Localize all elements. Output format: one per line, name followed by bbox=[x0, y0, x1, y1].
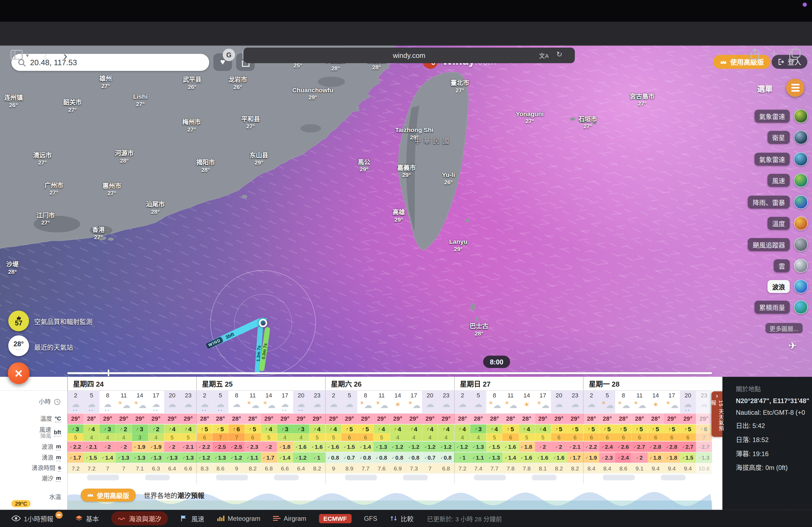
forecast-cell[interactable]: 23☁ bbox=[180, 391, 197, 413]
forecast-cell[interactable]: ↑45 bbox=[519, 424, 535, 441]
forecast-cell[interactable]: 14☀☁ bbox=[132, 391, 148, 413]
new-tab-icon[interactable]: + bbox=[771, 47, 777, 61]
layer-thumbnail-icon[interactable] bbox=[794, 216, 808, 230]
forecast-cell[interactable]: ↑1.6 bbox=[309, 441, 325, 452]
forecast-cell[interactable]: ↑67 bbox=[229, 424, 245, 441]
layer-label[interactable]: 雲 bbox=[774, 259, 789, 272]
forecast-cell[interactable]: 20☁ bbox=[422, 391, 438, 413]
forecast-cell[interactable]: ↑2 bbox=[164, 441, 180, 452]
forecast-cell[interactable]: 9.1 bbox=[632, 463, 648, 473]
layer-label[interactable]: 風速 bbox=[767, 174, 789, 187]
forecast-cell[interactable]: 28° bbox=[470, 414, 487, 424]
forecast-cell[interactable]: ↑56 bbox=[196, 424, 213, 441]
forecast-cell[interactable]: 7.8 bbox=[503, 463, 519, 473]
forecast-cell[interactable] bbox=[325, 474, 342, 483]
forecast-cell[interactable]: ↑1.2 bbox=[438, 441, 454, 452]
forecast-cell[interactable]: 6.8 bbox=[438, 463, 454, 473]
forecast-cell[interactable] bbox=[309, 474, 325, 483]
forecast-cell[interactable]: ↑2.2 bbox=[196, 441, 213, 452]
bottombar-item-1小時預報[interactable]: 1小時預報 bbox=[11, 513, 62, 523]
forecast-cell[interactable]: 7 bbox=[422, 463, 438, 473]
forecast-cell[interactable]: 29° bbox=[164, 414, 180, 424]
forecast-cell[interactable]: ↑45 bbox=[325, 424, 342, 441]
forecast-cell[interactable]: ↑2.4 bbox=[615, 452, 632, 463]
bottombar-item-Meteogram[interactable]: Meteogram bbox=[217, 515, 260, 522]
forecast-cell[interactable]: ↑56 bbox=[503, 424, 519, 441]
forecast-cell[interactable]: 23☁ bbox=[309, 391, 325, 413]
address-bar[interactable]: windy.com 文A ↻ bbox=[243, 48, 575, 63]
forecast-cell[interactable]: 11☀☁ bbox=[245, 391, 261, 413]
forecast-cell[interactable]: 5☁·· bbox=[83, 391, 100, 413]
forecast-cell[interactable]: ↑1.2 bbox=[422, 441, 438, 452]
forecast-cell[interactable]: 14☀☁ bbox=[261, 391, 277, 413]
forecast-cell[interactable]: 29° bbox=[132, 414, 148, 424]
forecast-cell[interactable]: ↑1.6 bbox=[535, 452, 551, 463]
forecast-cell[interactable]: 17☀☁ bbox=[664, 391, 680, 413]
forecast-cell[interactable]: ↑1.7 bbox=[261, 452, 277, 463]
forecast-cell[interactable]: 7.7 bbox=[487, 463, 503, 473]
layer-label[interactable]: 波浪 bbox=[767, 280, 789, 293]
forecast-cell[interactable]: ↑0.8 bbox=[438, 452, 454, 463]
forecast-cell[interactable]: ↑56 bbox=[358, 424, 374, 441]
forecast-cell[interactable]: 28° bbox=[229, 414, 245, 424]
forecast-cell[interactable]: 7.4 bbox=[470, 463, 487, 473]
day-header[interactable]: 星期日 27 bbox=[454, 377, 583, 390]
forecast-cell[interactable]: 28° bbox=[487, 414, 503, 424]
layer-thumbnail-icon[interactable] bbox=[794, 130, 808, 144]
forecast-cell[interactable]: 11☀☁ bbox=[632, 391, 648, 413]
forecast-cell[interactable]: 8.2 bbox=[567, 463, 583, 473]
forecast-cell[interactable]: 11☀☁ bbox=[503, 391, 519, 413]
forecast-cell[interactable]: ↑1.2 bbox=[406, 441, 422, 452]
forecast-cell[interactable]: ↑1.7 bbox=[567, 452, 583, 463]
picker-center-dot[interactable] bbox=[259, 319, 267, 327]
layer-item-6[interactable]: 溫度 bbox=[767, 216, 808, 231]
forecast-cell[interactable]: 29° bbox=[100, 414, 116, 424]
forecast-cell[interactable]: 8☀☁ bbox=[487, 391, 503, 413]
forecast-cell[interactable]: ↑1 bbox=[454, 452, 470, 463]
forecast-cell[interactable]: ↑2.7 bbox=[696, 441, 712, 452]
close-forecast-button[interactable]: × bbox=[8, 362, 29, 384]
forecast-cell[interactable]: ↑1 bbox=[309, 452, 325, 463]
forecast-cell[interactable]: 6.8 bbox=[261, 463, 277, 473]
forecast-cell[interactable]: ↑2.1 bbox=[567, 441, 583, 452]
forecast-cell[interactable]: ↑2.2 bbox=[583, 441, 599, 452]
layer-item-5[interactable]: 降雨、雷暴 bbox=[748, 194, 808, 209]
forecast-cell[interactable]: ↑1.2 bbox=[196, 452, 213, 463]
forecast-cell[interactable] bbox=[454, 474, 470, 483]
forecast-cell[interactable]: ↑34 bbox=[277, 424, 293, 441]
forecast-cell[interactable]: 5☁·· bbox=[213, 391, 229, 413]
forecast-cell[interactable]: 20☁ bbox=[164, 391, 180, 413]
forecast-cell[interactable]: 7.6 bbox=[374, 463, 390, 473]
forecast-cell[interactable]: ↑1.6 bbox=[293, 441, 309, 452]
forecast-cell[interactable] bbox=[438, 474, 454, 483]
forecast-cell[interactable]: ↑1.1 bbox=[470, 452, 487, 463]
layer-label[interactable]: 氣象雷達 bbox=[755, 152, 790, 165]
forecast-cell[interactable]: ↑57 bbox=[213, 424, 229, 441]
forecast-cell[interactable]: 17☁·· bbox=[277, 391, 293, 413]
forecast-cell[interactable]: ↑0.8 bbox=[325, 452, 342, 463]
forecast-cell[interactable]: ↑2 bbox=[551, 441, 567, 452]
forecast-cell[interactable]: 9 bbox=[325, 463, 342, 473]
forecast-cell[interactable]: 29° bbox=[309, 414, 325, 424]
forecast-cell[interactable]: 8.2 bbox=[309, 463, 325, 473]
bottombar-item-Airgram[interactable]: Airgram bbox=[273, 515, 306, 522]
forecast-cell[interactable]: 29° bbox=[116, 414, 132, 424]
forecast-cell[interactable]: ↑1.9 bbox=[583, 452, 599, 463]
forecast-cell[interactable]: 29° bbox=[68, 414, 84, 424]
forecast-cell[interactable]: ↑44 bbox=[422, 424, 438, 441]
forecast-cell[interactable]: ↑2 bbox=[100, 441, 116, 452]
forecast-cell[interactable]: ↑1.6 bbox=[551, 452, 567, 463]
forecast-cell[interactable]: 28° bbox=[648, 414, 664, 424]
forecast-cell[interactable]: 2☁ bbox=[583, 391, 599, 413]
forecast-cell[interactable]: ↑1.3 bbox=[213, 452, 229, 463]
forecast-cell[interactable]: 8.6 bbox=[213, 463, 229, 473]
forecast-cell[interactable]: 29° bbox=[374, 414, 390, 424]
sidebar-toggle-icon[interactable] bbox=[10, 49, 23, 60]
forecast-cell[interactable]: ↑45 bbox=[535, 424, 551, 441]
air-quality-badge[interactable]: 57 bbox=[9, 311, 29, 332]
bottombar-item-海浪與潮汐[interactable]: 海浪與潮汐 bbox=[111, 511, 168, 525]
forecast-cell[interactable]: ↑1.5 bbox=[680, 452, 696, 463]
timeline-scrubber[interactable] bbox=[68, 372, 712, 375]
forecast-cell[interactable]: ↑1.8 bbox=[648, 452, 664, 463]
day-header[interactable]: 星期五 25 bbox=[196, 377, 325, 390]
